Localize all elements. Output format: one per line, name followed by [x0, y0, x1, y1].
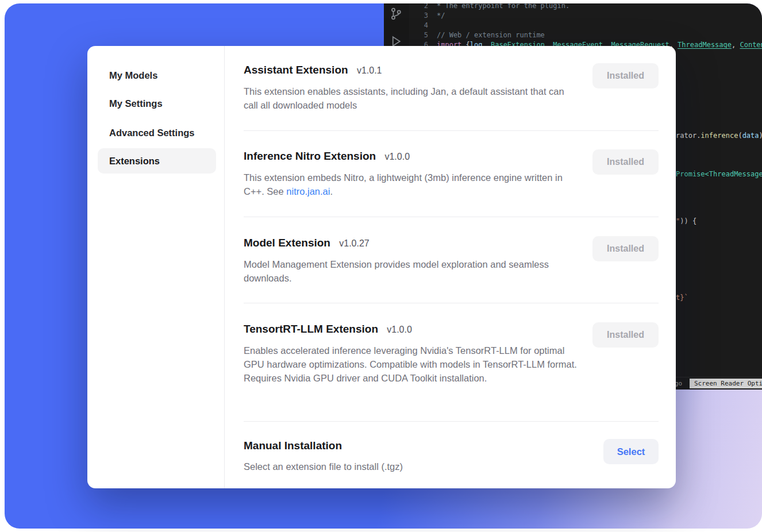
screen-reader-chip[interactable]: Screen Reader Optimize	[690, 379, 762, 388]
editor-line: 2 * The entrypoint for the plugin.	[384, 3, 762, 11]
extension-row-nitro: Inference Nitro Extension v1.0.0 This ex…	[244, 149, 659, 198]
extension-version: v1.0.27	[339, 238, 369, 248]
installed-button[interactable]: Installed	[592, 149, 659, 175]
select-button[interactable]: Select	[603, 439, 659, 464]
import-id: ThreadMessage	[678, 41, 732, 49]
import-id: ContentType	[740, 41, 762, 49]
extensions-list: Assistant Extension v1.0.1 This extensio…	[225, 46, 676, 488]
code-comment: */	[428, 11, 445, 21]
code-token: data	[742, 132, 759, 140]
extension-row-model: Model Extension v1.0.27 Model Management…	[244, 236, 659, 285]
row-divider	[244, 303, 659, 303]
code-token: )) {	[680, 217, 696, 225]
extension-row-tensorrt: TensortRT-LLM Extension v1.0.0 Enables a…	[244, 322, 659, 385]
line-number: 5	[384, 30, 428, 40]
sidebar-item-my-settings[interactable]: My Settings	[109, 96, 163, 111]
settings-modal: My Models My Settings Advanced Settings …	[87, 46, 676, 488]
code-empty-line	[428, 21, 437, 30]
code-token: inference	[701, 132, 738, 140]
extension-title: Model Extension	[244, 237, 330, 249]
extension-description: Enables accelerated inference leveraging…	[244, 344, 580, 385]
editor-line: 3 */	[384, 11, 762, 21]
row-divider	[244, 421, 659, 422]
installed-button[interactable]: Installed	[592, 322, 659, 348]
extension-version: v1.0.1	[357, 65, 382, 75]
code-fragment: t}`	[676, 294, 688, 302]
extension-description: This extension enables assistants, inclu…	[244, 84, 580, 112]
row-divider	[244, 130, 659, 131]
settings-sidebar: My Models My Settings Advanced Settings …	[87, 46, 225, 488]
line-number: 3	[384, 11, 428, 21]
installed-button[interactable]: Installed	[592, 63, 659, 88]
sidebar-item-my-models[interactable]: My Models	[109, 68, 157, 83]
code-fragment: ")) {	[676, 217, 696, 225]
code-comment: // Web / extension runtime	[428, 30, 545, 40]
extension-description: This extension embeds Nitro, a lightweig…	[244, 171, 580, 198]
code-token: ));	[759, 132, 762, 140]
manual-installation-description: Select an extension file to install (.tg…	[244, 460, 659, 473]
comma: ,	[732, 41, 740, 49]
code-token: rator	[676, 132, 696, 140]
line-number: 4	[384, 21, 428, 30]
page: 2 * The entrypoint for the plugin. 3 */ …	[0, 0, 762, 532]
editor-line: 5 // Web / extension runtime	[384, 30, 762, 40]
manual-installation-title: Manual Installation	[244, 440, 342, 452]
sidebar-item-advanced-settings[interactable]: Advanced Settings	[109, 125, 195, 140]
manual-installation-row: Manual Installation Select an extension …	[244, 439, 659, 473]
sidebar-item-extensions[interactable]: Extensions	[98, 148, 216, 174]
extension-title-line: Manual Installation	[244, 439, 659, 453]
code-comment: * The entrypoint for the plugin.	[428, 3, 569, 11]
line-number: 2	[384, 3, 428, 11]
code-fragment: rator.inference(data));	[676, 132, 762, 140]
description-text: .	[330, 186, 333, 196]
row-divider	[244, 217, 659, 217]
extension-title: TensortRT-LLM Extension	[244, 323, 378, 335]
extension-title: Inference Nitro Extension	[244, 150, 376, 162]
code-fragment: Promise<ThreadMessage>	[676, 170, 762, 178]
extension-version: v1.0.0	[387, 325, 412, 334]
extension-version: v1.0.0	[384, 152, 410, 161]
installed-button[interactable]: Installed	[592, 236, 659, 261]
extension-title: Assistant Extension	[244, 64, 348, 76]
editor-line: 4	[384, 21, 762, 30]
extension-description: Model Management Extension provides mode…	[244, 257, 554, 285]
code-lines: 2 * The entrypoint for the plugin. 3 */ …	[384, 3, 762, 50]
code-token: (	[738, 132, 742, 140]
nitro-link[interactable]: nitro.jan.ai	[286, 186, 330, 196]
extension-row-assistant: Assistant Extension v1.0.1 This extensio…	[244, 63, 659, 112]
